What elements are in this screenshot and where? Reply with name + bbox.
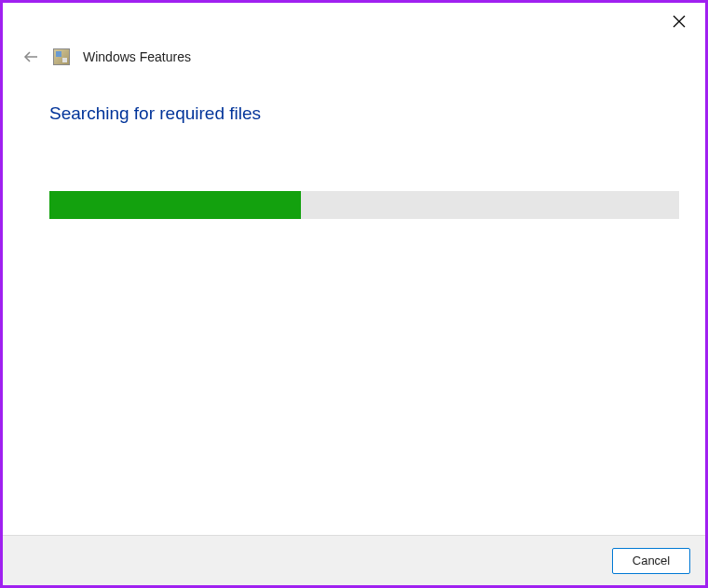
- close-icon: [673, 15, 686, 28]
- button-bar: Cancel: [3, 535, 705, 585]
- progress-fill: [49, 191, 301, 219]
- windows-features-icon: [53, 48, 70, 65]
- close-button[interactable]: [670, 12, 688, 31]
- progress-bar: [49, 191, 679, 219]
- status-heading: Searching for required files: [49, 103, 679, 124]
- content-area: Searching for required files: [49, 103, 679, 219]
- cancel-button[interactable]: Cancel: [612, 548, 690, 574]
- dialog-title: Windows Features: [83, 49, 191, 64]
- back-arrow-icon: [22, 48, 39, 65]
- header: Windows Features: [21, 48, 191, 66]
- back-button[interactable]: [21, 48, 40, 66]
